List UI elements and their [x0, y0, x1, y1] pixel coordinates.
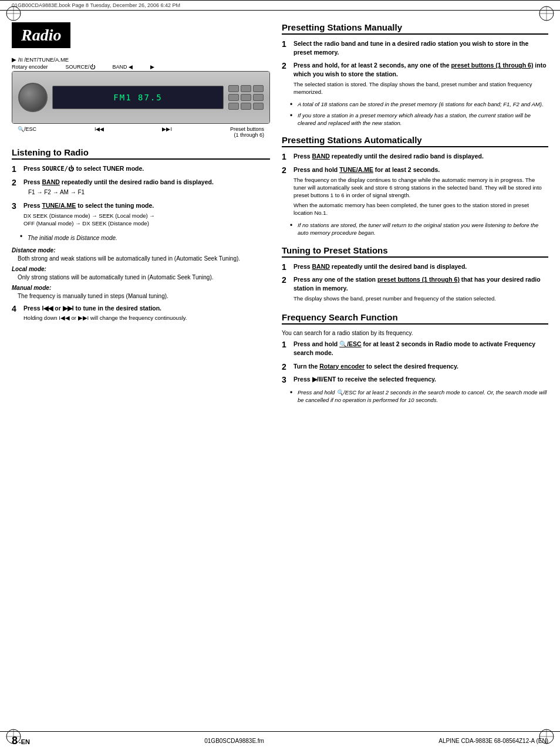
diagram-top-labels: Rotary encoder SOURCE/⏻ BAND ◀ ▶	[12, 64, 270, 70]
radio-title: Radio	[12, 22, 70, 48]
label-rotary: Rotary encoder	[12, 64, 48, 70]
freq-step-1: 1 Press and hold 🔍/ESC for at least 2 se…	[282, 340, 548, 359]
preset-btn-3	[253, 94, 264, 101]
manually-step-1-content: Select the radio band and tune in a desi…	[294, 39, 548, 58]
local-mode-label: Local mode:	[12, 266, 270, 272]
manually-step-1: 1 Select the radio band and tune in a de…	[282, 39, 548, 58]
step-4-content: Press I◀◀ or ▶▶I to tune in the desired …	[23, 304, 270, 324]
distance-mode-label: Distance mode:	[12, 247, 270, 254]
preset-btn-6	[253, 103, 264, 110]
auto-step-1-num: 1	[282, 152, 290, 162]
presetting-automatically-header: Presetting Stations Automatically	[282, 135, 548, 147]
tuning-step-1-num: 1	[282, 262, 290, 272]
listening-step-2: 2 Press BAND repeatedly until the desire…	[12, 178, 270, 199]
listening-header: Listening to Radio	[12, 147, 270, 160]
footer-product-code: ALPINE CDA-9883E 68-08564Z12-A (EN)	[438, 738, 548, 744]
arrow-btn-visual	[253, 85, 264, 92]
diagram-bottom-labels: 🔍/ESC I◀◀ ▶▶I Preset buttons (1 through …	[12, 126, 270, 138]
manual-mode-desc: The frequency is manually tuned in steps…	[18, 292, 270, 300]
manually-bullet-1: • A total of 18 stations can be stored i…	[290, 100, 548, 109]
tuning-step-1-content: Press BAND repeatedly until the desired …	[294, 262, 548, 273]
left-column: Radio ▶ /II /ENT/TUNE/A.ME Rotary encode…	[12, 22, 270, 412]
header-bar: 01GB00CDA9883E.book Page 8 Tuesday, Dece…	[0, 0, 560, 11]
freq-step-1-content: Press and hold 🔍/ESC for at least 2 seco…	[294, 340, 548, 359]
auto-step-2-num: 2	[282, 165, 290, 175]
step-1-content: Press SOURCE/⏻ to select TUNER mode.	[23, 164, 270, 175]
band-formula: F1 → F2 → AM → F1	[28, 188, 270, 197]
manually-step-2: 2 Press and hold, for at least 2 seconds…	[282, 61, 548, 97]
presetting-automatically-section: Presetting Stations Automatically 1 Pres…	[282, 135, 548, 237]
tuning-preset-header: Tuning to Preset Stations	[282, 245, 548, 258]
label-band: BAND ◀	[113, 64, 133, 70]
right-column: Presetting Stations Manually 1 Select th…	[282, 22, 548, 412]
freq-step-3-content: Press ▶/II/ENT to receive the selected f…	[294, 375, 548, 386]
corner-mark-tr	[538, 5, 555, 22]
label-preset-sub: (1 through 6)	[230, 132, 264, 138]
step-1-num: 1	[12, 164, 20, 174]
label-prev: I◀◀	[95, 126, 104, 138]
device-diagram: ▶ /II /ENT/TUNE/A.ME Rotary encoder SOUR…	[12, 56, 270, 138]
local-mode-desc: Only strong stations will be automatical…	[18, 273, 270, 282]
tuning-step-2: 2 Press any one of the station preset bu…	[282, 275, 548, 304]
footer-file-name: 01GB0SCDA9883E.fm	[204, 738, 264, 744]
label-next: ▶▶I	[162, 126, 172, 138]
manually-step-1-num: 1	[282, 39, 290, 49]
tuning-step-2-content: Press any one of the station preset butt…	[294, 275, 548, 304]
radio-diagram-image: FM1 87.5	[12, 71, 270, 124]
manually-bullet-2: • If you store a station in a preset mem…	[290, 112, 548, 127]
header-file-info: 01GB00CDA9883E.book Page 8 Tuesday, Dece…	[12, 2, 180, 8]
freq-step-1-num: 1	[282, 340, 290, 350]
manually-step-2-num: 2	[282, 61, 290, 71]
manual-mode-label: Manual mode:	[12, 285, 270, 291]
preset-btn-4	[228, 103, 239, 110]
distance-mode-desc: Both strong and weak stations will be au…	[18, 255, 270, 263]
button-area	[228, 85, 264, 110]
listening-step-4: 4 Press I◀◀ or ▶▶I to tune in the desire…	[12, 304, 270, 324]
radio-display-visual: FM1 87.5	[52, 86, 224, 109]
diagram-label-ent: ▶ /II /ENT/TUNE/A.ME	[12, 56, 270, 63]
freq-step-3: 3 Press ▶/II/ENT to receive the selected…	[282, 375, 548, 386]
freq-bullet: • Press and hold 🔍/ESC for at least 2 se…	[290, 388, 548, 404]
corner-mark-tl	[5, 5, 22, 22]
initial-mode-bullet: • The initial mode is Distance mode.	[20, 232, 270, 244]
page-suffix: -EN	[19, 738, 30, 745]
preset-btn-5	[241, 103, 251, 110]
frequency-search-intro: You can search for a radio station by it…	[282, 329, 548, 337]
manually-step-2-content: Press and hold, for at least 2 seconds, …	[294, 61, 548, 97]
footer: 8 -EN 01GB0SCDA9883E.fm ALPINE CDA-9883E…	[0, 731, 560, 750]
freq-step-2-content: Turn the Rotary encoder to select the de…	[294, 362, 548, 373]
freq-step-3-num: 3	[282, 375, 290, 385]
label-preset: Preset buttons	[230, 126, 264, 132]
tuning-step-1: 1 Press BAND repeatedly until the desire…	[282, 262, 548, 273]
preset-btn-1	[228, 94, 239, 101]
freq-step-2-num: 2	[282, 362, 290, 372]
page-number: 8	[12, 735, 18, 747]
label-right-arrow: ▶	[150, 64, 154, 70]
presetting-manually-section: Presetting Stations Manually 1 Select th…	[282, 22, 548, 127]
auto-step-1-content: Press BAND repeatedly until the desired …	[294, 152, 548, 163]
auto-step-1: 1 Press BAND repeatedly until the desire…	[282, 152, 548, 163]
rotary-knob-visual	[18, 83, 48, 112]
tuning-preset-section: Tuning to Preset Stations 1 Press BAND r…	[282, 245, 548, 304]
label-esc: 🔍/ESC	[18, 126, 36, 138]
step-2-num: 2	[12, 178, 20, 188]
auto-bullet: • If no stations are stored, the tuner w…	[290, 221, 548, 237]
auto-step-2-content: Press and hold TUNE/A.ME for at least 2 …	[294, 165, 548, 218]
band-btn-visual	[241, 85, 251, 92]
step-4-num: 4	[12, 304, 20, 314]
source-btn-visual	[228, 85, 239, 92]
presetting-manually-header: Presetting Stations Manually	[282, 22, 548, 35]
listening-section: Listening to Radio 1 Press SOURCE/⏻ to s…	[12, 147, 270, 324]
step-3-content: Press TUNE/A.ME to select the tuning mod…	[23, 201, 270, 229]
auto-step-2: 2 Press and hold TUNE/A.ME for at least …	[282, 165, 548, 218]
tuning-step-2-num: 2	[282, 275, 290, 285]
page-number-group: 8 -EN	[12, 735, 30, 747]
step-3-num: 3	[12, 201, 20, 211]
step-2-content: Press BAND repeatedly until the desired …	[23, 178, 270, 199]
frequency-search-header: Frequency Search Function	[282, 312, 548, 325]
listening-step-1: 1 Press SOURCE/⏻ to select TUNER mode.	[12, 164, 270, 175]
preset-label-group: Preset buttons (1 through 6)	[230, 126, 264, 138]
preset-btn-2	[241, 94, 251, 101]
listening-step-3: 3 Press TUNE/A.ME to select the tuning m…	[12, 201, 270, 229]
freq-step-2: 2 Turn the Rotary encoder to select the …	[282, 362, 548, 373]
